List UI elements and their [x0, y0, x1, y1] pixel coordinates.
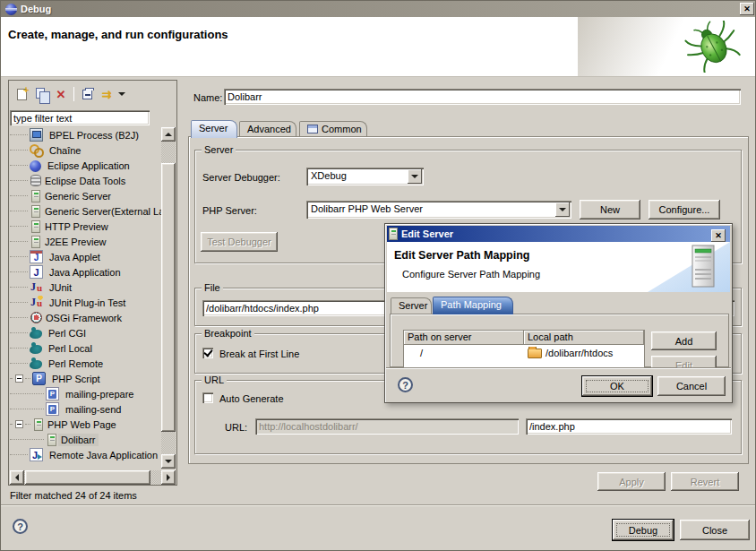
add-mapping-button[interactable]: Add — [651, 331, 717, 350]
auto-generate-label: Auto Generate — [219, 393, 284, 404]
tree-item-mailing-prepare[interactable]: mailing-prepare — [10, 386, 161, 401]
filter-menu-caret-icon[interactable] — [118, 92, 125, 96]
tab-advanced[interactable]: Advanced — [239, 121, 296, 137]
file-group-title: File — [202, 282, 223, 293]
phpfile-icon — [46, 387, 59, 400]
tree-item-remote-java-application[interactable]: Remote Java Application — [10, 447, 161, 462]
php-server-select[interactable]: Dolibarr PHP Web Server — [306, 201, 571, 219]
tab-edit-server[interactable]: Server — [391, 297, 432, 314]
tree-item-perl-local[interactable]: Perl Local — [10, 340, 161, 356]
url-path-input[interactable] — [526, 418, 732, 435]
filter-input[interactable] — [10, 110, 150, 125]
tree-item-perl-remote[interactable]: Perl Remote — [10, 356, 161, 371]
server-icon — [389, 228, 398, 240]
eclipse-logo-icon — [5, 4, 17, 15]
dropdown-arrow-icon[interactable] — [555, 202, 570, 217]
tree-item-java-application[interactable]: Java Application — [10, 264, 161, 280]
tree-item-eclipse-application[interactable]: Eclipse Application — [10, 158, 161, 173]
tree-item-php-script[interactable]: PHP Script — [10, 371, 161, 386]
scroll-right-icon[interactable] — [161, 470, 176, 485]
collapse-expander-icon[interactable] — [15, 420, 23, 428]
window-title: Debug — [21, 4, 51, 14]
php-icon — [32, 372, 46, 385]
url-label: URL: — [225, 422, 247, 433]
collapse-expander-icon[interactable] — [15, 375, 23, 383]
tree-item-eclipse-data-tools[interactable]: Eclipse Data Tools — [10, 173, 161, 188]
server-icon — [31, 205, 40, 218]
banner-title: Create, manage, and run configurations — [8, 28, 228, 41]
delete-configuration-button[interactable]: ✕ — [51, 85, 71, 103]
auto-generate-checkbox[interactable] — [202, 392, 213, 403]
url-auto-input — [255, 418, 519, 435]
tree-item-java-applet[interactable]: Java Applet — [10, 249, 161, 264]
vertical-scroll-thumb[interactable] — [161, 163, 176, 432]
bug-icon — [683, 21, 743, 73]
edit-server-heading: Edit Server Path Mapping — [394, 249, 529, 262]
duplicate-configuration-button[interactable] — [31, 85, 51, 103]
edit-server-dialog: Edit Server ✕ — [384, 223, 733, 403]
scroll-up-icon[interactable] — [161, 127, 176, 142]
breakpoint-group-title: Breakpoint — [202, 328, 254, 339]
tree-item-generic-server[interactable]: Generic Server — [10, 188, 161, 203]
chain-icon — [30, 143, 43, 157]
tree-item-bpel-process-b2j[interactable]: BPEL Process (B2J) — [10, 127, 161, 142]
tree-vertical-scrollbar[interactable] — [161, 127, 176, 469]
revert-button[interactable]: Revert — [671, 472, 739, 491]
help-icon[interactable]: ? — [13, 519, 28, 534]
column-header-path-on-server[interactable]: Path on server — [404, 331, 524, 345]
configure-server-button[interactable]: Configure... — [649, 200, 720, 220]
cancel-button[interactable]: Cancel — [657, 376, 726, 396]
help-icon[interactable]: ? — [398, 377, 413, 392]
column-header-local-path[interactable]: Local path — [524, 331, 644, 345]
edit-server-titlebar[interactable]: Edit Server ✕ — [387, 226, 730, 242]
tree-horizontal-scrollbar[interactable] — [10, 470, 176, 485]
scroll-left-icon[interactable] — [10, 470, 24, 485]
camel-icon — [30, 330, 42, 339]
tree-item-perl-cgi[interactable]: Perl CGI — [10, 325, 161, 340]
filter-status-text: Filter matched 24 of 24 items — [10, 490, 137, 501]
config-tree: BPEL Process (B2J)ChaîneEclipse Applicat… — [10, 127, 161, 464]
new-server-button[interactable]: New — [580, 200, 640, 220]
tree-item-osgi-framework[interactable]: OSGi Framework — [10, 310, 161, 325]
tree-item-dolibarr[interactable]: Dolibarr — [10, 432, 161, 447]
tree-item-junit[interactable]: JUnit — [10, 280, 161, 295]
collapse-all-button[interactable] — [77, 85, 97, 103]
scroll-down-icon[interactable] — [161, 454, 176, 469]
tree-item-http-preview[interactable]: HTTP Preview — [10, 219, 161, 234]
tree-item-mailing-send[interactable]: mailing-send — [10, 401, 161, 417]
tab-server[interactable]: Server — [191, 120, 237, 138]
filter-icon: ⇉ — [102, 88, 112, 101]
tab-path-mapping[interactable]: Path Mapping — [433, 297, 513, 314]
server-icon — [31, 236, 40, 248]
server-debugger-label: Server Debugger: — [202, 172, 280, 183]
debug-configurations-window: Debug ✕ Create, manage, and run configur… — [0, 0, 756, 551]
debug-button[interactable]: Debug — [613, 520, 674, 540]
server-icon — [31, 190, 40, 202]
camel-icon — [30, 360, 42, 369]
delete-icon: ✕ — [56, 88, 66, 101]
tab-common[interactable]: Common — [299, 121, 367, 137]
apply-button[interactable]: Apply — [597, 472, 666, 491]
window-titlebar[interactable]: Debug ✕ — [1, 1, 756, 17]
ok-button[interactable]: OK — [582, 376, 652, 396]
tree-item-php-web-page[interactable]: PHP Web Page — [10, 417, 161, 432]
name-input[interactable] — [224, 89, 741, 105]
break-first-line-checkbox[interactable] — [202, 348, 213, 358]
horizontal-scroll-thumb[interactable] — [25, 470, 150, 485]
test-debugger-button[interactable]: Test Debugger — [201, 232, 278, 252]
new-configuration-button[interactable]: + — [12, 85, 31, 103]
close-button[interactable]: Close — [680, 520, 750, 540]
path-on-server-cell: / — [404, 348, 524, 358]
folder-icon — [528, 349, 542, 358]
tree-item-generic-server-external-la[interactable]: Generic Server(External La — [10, 203, 161, 219]
filter-button[interactable]: ⇉ — [97, 85, 116, 103]
php-server-label: PHP Server: — [202, 205, 257, 216]
edit-server-close-button[interactable]: ✕ — [711, 229, 726, 242]
table-row[interactable]: / /dolibarr/htdocs — [404, 345, 644, 360]
dropdown-arrow-icon[interactable] — [408, 169, 422, 184]
window-close-button[interactable]: ✕ — [740, 3, 754, 15]
tree-item-junit-plug-in-test[interactable]: JUnit Plug-in Test — [10, 295, 161, 310]
server-debugger-select[interactable]: XDebug — [306, 168, 424, 185]
tree-item-j2ee-preview[interactable]: J2EE Preview — [10, 234, 161, 249]
tree-item-cha-ne[interactable]: Chaîne — [10, 142, 161, 158]
